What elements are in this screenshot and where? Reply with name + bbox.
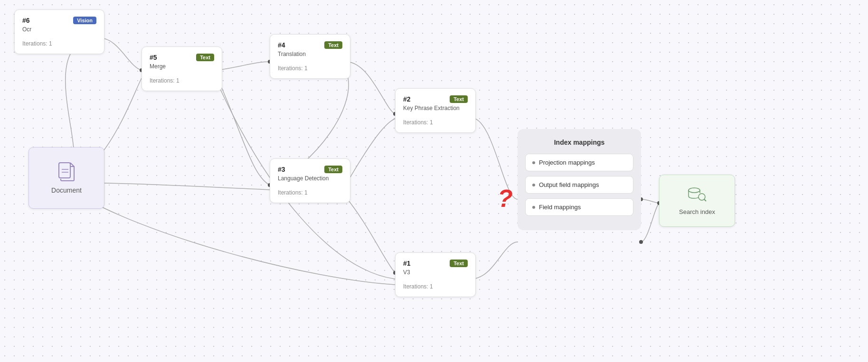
svg-point-19 [698, 194, 705, 200]
node-6-title: Ocr [22, 26, 96, 33]
node-1-iterations: Iterations: 1 [403, 283, 468, 290]
node-1-badge: Text [450, 260, 468, 267]
projection-mappings-label: Projection mappings [539, 159, 595, 166]
document-icon [58, 162, 75, 182]
node-2-badge: Text [450, 95, 468, 103]
node-6[interactable]: #6 Vision Ocr Iterations: 1 [14, 9, 104, 54]
node-3-title: Language Detection [278, 175, 342, 182]
node-5-iterations: Iterations: 1 [150, 77, 214, 84]
svg-point-18 [689, 188, 700, 193]
svg-rect-15 [59, 163, 70, 178]
node-2[interactable]: #2 Text Key Phrase Extraction Iterations… [395, 88, 476, 133]
search-index-label: Search index [679, 208, 715, 215]
search-index-icon [688, 186, 707, 204]
field-mappings-label: Field mappings [539, 204, 581, 211]
field-bullet [532, 206, 535, 209]
svg-line-20 [704, 199, 706, 201]
node-6-iterations: Iterations: 1 [22, 40, 96, 47]
node-1[interactable]: #1 Text V3 Iterations: 1 [395, 252, 476, 297]
node-5-number: #5 [150, 54, 157, 61]
node-4-badge: Text [324, 41, 342, 49]
node-5-title: Merge [150, 63, 214, 70]
output-field-mappings-item[interactable]: Output field mappings [525, 176, 633, 194]
projection-mappings-item[interactable]: Projection mappings [525, 154, 633, 171]
output-bullet [532, 184, 535, 186]
field-mappings-item[interactable]: Field mappings [525, 198, 633, 216]
search-index-node[interactable]: Search index [659, 175, 735, 227]
node-5-badge: Text [196, 54, 214, 61]
document-label: Document [51, 186, 82, 194]
question-mark-indicator: ? [498, 184, 513, 213]
node-4[interactable]: #4 Text Translation Iterations: 1 [270, 34, 350, 79]
projection-bullet [532, 161, 535, 164]
node-3-iterations: Iterations: 1 [278, 189, 342, 196]
node-6-badge: Vision [73, 17, 96, 24]
document-node[interactable]: Document [28, 147, 104, 209]
node-1-number: #1 [403, 260, 411, 267]
node-4-title: Translation [278, 51, 342, 57]
output-field-mappings-label: Output field mappings [539, 181, 599, 188]
node-6-number: #6 [22, 17, 30, 24]
node-1-title: V3 [403, 269, 468, 276]
node-2-number: #2 [403, 95, 411, 103]
svg-point-13 [639, 240, 643, 244]
node-4-iterations: Iterations: 1 [278, 65, 342, 72]
node-4-number: #4 [278, 41, 285, 49]
node-3-badge: Text [324, 166, 342, 173]
node-2-title: Key Phrase Extraction [403, 105, 468, 111]
index-mappings-title: Index mappings [525, 139, 633, 146]
index-mappings-box: Index mappings Projection mappings Outpu… [518, 129, 641, 230]
node-2-iterations: Iterations: 1 [403, 119, 468, 126]
node-3[interactable]: #3 Text Language Detection Iterations: 1 [270, 158, 350, 203]
node-5[interactable]: #5 Text Merge Iterations: 1 [142, 46, 222, 91]
node-3-number: #3 [278, 166, 285, 173]
